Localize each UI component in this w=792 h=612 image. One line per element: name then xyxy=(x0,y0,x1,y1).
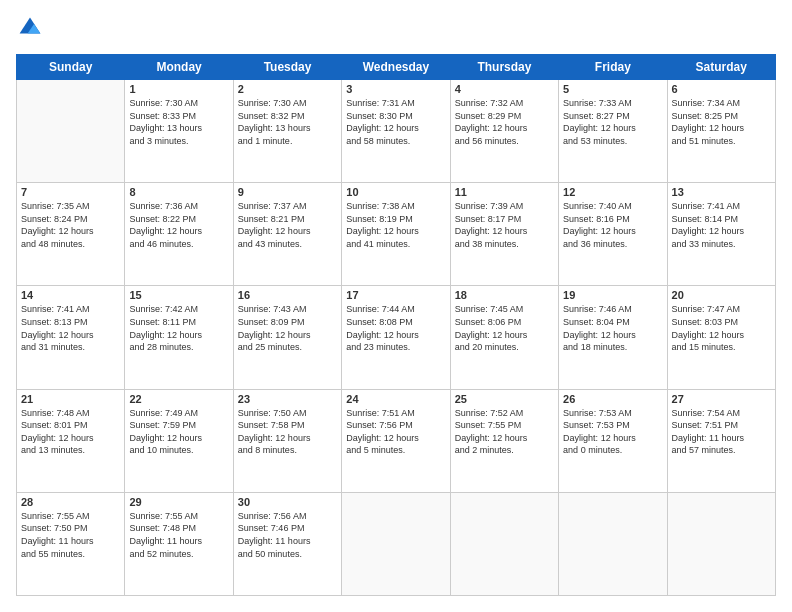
calendar-cell: 12Sunrise: 7:40 AM Sunset: 8:16 PM Dayli… xyxy=(559,183,667,286)
weekday-header-sunday: Sunday xyxy=(17,55,125,80)
day-number: 30 xyxy=(238,496,337,508)
weekday-header-friday: Friday xyxy=(559,55,667,80)
day-number: 12 xyxy=(563,186,662,198)
calendar-cell: 25Sunrise: 7:52 AM Sunset: 7:55 PM Dayli… xyxy=(450,389,558,492)
calendar-cell: 26Sunrise: 7:53 AM Sunset: 7:53 PM Dayli… xyxy=(559,389,667,492)
cell-info: Sunrise: 7:38 AM Sunset: 8:19 PM Dayligh… xyxy=(346,200,445,250)
calendar-cell: 1Sunrise: 7:30 AM Sunset: 8:33 PM Daylig… xyxy=(125,80,233,183)
cell-info: Sunrise: 7:56 AM Sunset: 7:46 PM Dayligh… xyxy=(238,510,337,560)
cell-info: Sunrise: 7:49 AM Sunset: 7:59 PM Dayligh… xyxy=(129,407,228,457)
cell-info: Sunrise: 7:41 AM Sunset: 8:13 PM Dayligh… xyxy=(21,303,120,353)
cell-info: Sunrise: 7:45 AM Sunset: 8:06 PM Dayligh… xyxy=(455,303,554,353)
weekday-header-row: SundayMondayTuesdayWednesdayThursdayFrid… xyxy=(17,55,776,80)
day-number: 14 xyxy=(21,289,120,301)
calendar-cell: 5Sunrise: 7:33 AM Sunset: 8:27 PM Daylig… xyxy=(559,80,667,183)
calendar-cell: 17Sunrise: 7:44 AM Sunset: 8:08 PM Dayli… xyxy=(342,286,450,389)
day-number: 9 xyxy=(238,186,337,198)
cell-info: Sunrise: 7:33 AM Sunset: 8:27 PM Dayligh… xyxy=(563,97,662,147)
calendar-cell xyxy=(342,492,450,595)
day-number: 7 xyxy=(21,186,120,198)
cell-info: Sunrise: 7:55 AM Sunset: 7:50 PM Dayligh… xyxy=(21,510,120,560)
calendar-cell: 2Sunrise: 7:30 AM Sunset: 8:32 PM Daylig… xyxy=(233,80,341,183)
calendar-cell: 14Sunrise: 7:41 AM Sunset: 8:13 PM Dayli… xyxy=(17,286,125,389)
logo xyxy=(16,16,42,44)
weekday-header-monday: Monday xyxy=(125,55,233,80)
cell-info: Sunrise: 7:48 AM Sunset: 8:01 PM Dayligh… xyxy=(21,407,120,457)
week-row-3: 21Sunrise: 7:48 AM Sunset: 8:01 PM Dayli… xyxy=(17,389,776,492)
calendar-table: SundayMondayTuesdayWednesdayThursdayFrid… xyxy=(16,54,776,596)
day-number: 17 xyxy=(346,289,445,301)
cell-info: Sunrise: 7:54 AM Sunset: 7:51 PM Dayligh… xyxy=(672,407,771,457)
day-number: 22 xyxy=(129,393,228,405)
cell-info: Sunrise: 7:34 AM Sunset: 8:25 PM Dayligh… xyxy=(672,97,771,147)
calendar-cell: 29Sunrise: 7:55 AM Sunset: 7:48 PM Dayli… xyxy=(125,492,233,595)
week-row-1: 7Sunrise: 7:35 AM Sunset: 8:24 PM Daylig… xyxy=(17,183,776,286)
calendar-cell: 9Sunrise: 7:37 AM Sunset: 8:21 PM Daylig… xyxy=(233,183,341,286)
calendar-cell: 11Sunrise: 7:39 AM Sunset: 8:17 PM Dayli… xyxy=(450,183,558,286)
calendar-cell: 13Sunrise: 7:41 AM Sunset: 8:14 PM Dayli… xyxy=(667,183,775,286)
weekday-header-tuesday: Tuesday xyxy=(233,55,341,80)
header xyxy=(16,16,776,44)
cell-info: Sunrise: 7:51 AM Sunset: 7:56 PM Dayligh… xyxy=(346,407,445,457)
calendar-cell: 16Sunrise: 7:43 AM Sunset: 8:09 PM Dayli… xyxy=(233,286,341,389)
calendar-cell xyxy=(450,492,558,595)
cell-info: Sunrise: 7:44 AM Sunset: 8:08 PM Dayligh… xyxy=(346,303,445,353)
cell-info: Sunrise: 7:32 AM Sunset: 8:29 PM Dayligh… xyxy=(455,97,554,147)
cell-info: Sunrise: 7:39 AM Sunset: 8:17 PM Dayligh… xyxy=(455,200,554,250)
day-number: 26 xyxy=(563,393,662,405)
calendar-cell: 21Sunrise: 7:48 AM Sunset: 8:01 PM Dayli… xyxy=(17,389,125,492)
day-number: 20 xyxy=(672,289,771,301)
cell-info: Sunrise: 7:30 AM Sunset: 8:32 PM Dayligh… xyxy=(238,97,337,147)
cell-info: Sunrise: 7:50 AM Sunset: 7:58 PM Dayligh… xyxy=(238,407,337,457)
week-row-0: 1Sunrise: 7:30 AM Sunset: 8:33 PM Daylig… xyxy=(17,80,776,183)
calendar-cell: 27Sunrise: 7:54 AM Sunset: 7:51 PM Dayli… xyxy=(667,389,775,492)
cell-info: Sunrise: 7:41 AM Sunset: 8:14 PM Dayligh… xyxy=(672,200,771,250)
day-number: 3 xyxy=(346,83,445,95)
week-row-4: 28Sunrise: 7:55 AM Sunset: 7:50 PM Dayli… xyxy=(17,492,776,595)
cell-info: Sunrise: 7:35 AM Sunset: 8:24 PM Dayligh… xyxy=(21,200,120,250)
calendar-cell: 6Sunrise: 7:34 AM Sunset: 8:25 PM Daylig… xyxy=(667,80,775,183)
calendar-cell xyxy=(559,492,667,595)
logo-icon xyxy=(18,16,42,40)
cell-info: Sunrise: 7:46 AM Sunset: 8:04 PM Dayligh… xyxy=(563,303,662,353)
calendar-cell xyxy=(667,492,775,595)
calendar-cell: 10Sunrise: 7:38 AM Sunset: 8:19 PM Dayli… xyxy=(342,183,450,286)
day-number: 8 xyxy=(129,186,228,198)
calendar-cell: 18Sunrise: 7:45 AM Sunset: 8:06 PM Dayli… xyxy=(450,286,558,389)
calendar-cell xyxy=(17,80,125,183)
day-number: 15 xyxy=(129,289,228,301)
calendar-cell: 15Sunrise: 7:42 AM Sunset: 8:11 PM Dayli… xyxy=(125,286,233,389)
day-number: 5 xyxy=(563,83,662,95)
cell-info: Sunrise: 7:47 AM Sunset: 8:03 PM Dayligh… xyxy=(672,303,771,353)
calendar-cell: 30Sunrise: 7:56 AM Sunset: 7:46 PM Dayli… xyxy=(233,492,341,595)
day-number: 2 xyxy=(238,83,337,95)
calendar-cell: 20Sunrise: 7:47 AM Sunset: 8:03 PM Dayli… xyxy=(667,286,775,389)
calendar-cell: 22Sunrise: 7:49 AM Sunset: 7:59 PM Dayli… xyxy=(125,389,233,492)
cell-info: Sunrise: 7:37 AM Sunset: 8:21 PM Dayligh… xyxy=(238,200,337,250)
cell-info: Sunrise: 7:53 AM Sunset: 7:53 PM Dayligh… xyxy=(563,407,662,457)
calendar-cell: 3Sunrise: 7:31 AM Sunset: 8:30 PM Daylig… xyxy=(342,80,450,183)
cell-info: Sunrise: 7:43 AM Sunset: 8:09 PM Dayligh… xyxy=(238,303,337,353)
day-number: 29 xyxy=(129,496,228,508)
day-number: 13 xyxy=(672,186,771,198)
day-number: 28 xyxy=(21,496,120,508)
cell-info: Sunrise: 7:31 AM Sunset: 8:30 PM Dayligh… xyxy=(346,97,445,147)
calendar-cell: 23Sunrise: 7:50 AM Sunset: 7:58 PM Dayli… xyxy=(233,389,341,492)
day-number: 24 xyxy=(346,393,445,405)
day-number: 25 xyxy=(455,393,554,405)
day-number: 10 xyxy=(346,186,445,198)
cell-info: Sunrise: 7:52 AM Sunset: 7:55 PM Dayligh… xyxy=(455,407,554,457)
day-number: 6 xyxy=(672,83,771,95)
calendar-cell: 4Sunrise: 7:32 AM Sunset: 8:29 PM Daylig… xyxy=(450,80,558,183)
calendar-cell: 8Sunrise: 7:36 AM Sunset: 8:22 PM Daylig… xyxy=(125,183,233,286)
cell-info: Sunrise: 7:40 AM Sunset: 8:16 PM Dayligh… xyxy=(563,200,662,250)
cell-info: Sunrise: 7:55 AM Sunset: 7:48 PM Dayligh… xyxy=(129,510,228,560)
weekday-header-wednesday: Wednesday xyxy=(342,55,450,80)
weekday-header-thursday: Thursday xyxy=(450,55,558,80)
day-number: 27 xyxy=(672,393,771,405)
day-number: 18 xyxy=(455,289,554,301)
weekday-header-saturday: Saturday xyxy=(667,55,775,80)
day-number: 23 xyxy=(238,393,337,405)
day-number: 1 xyxy=(129,83,228,95)
cell-info: Sunrise: 7:42 AM Sunset: 8:11 PM Dayligh… xyxy=(129,303,228,353)
